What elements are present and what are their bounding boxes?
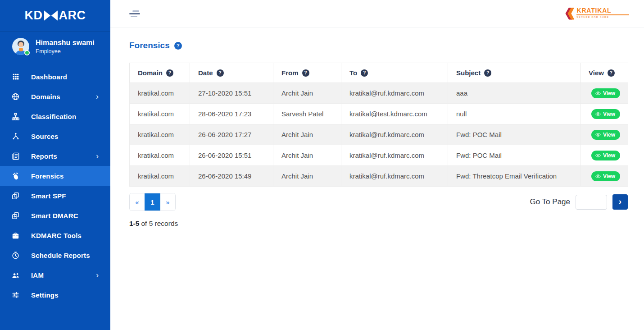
sidebar-nav: DashboardDomains›ClassificationSourcesRe… [0,67,110,305]
help-icon[interactable]: ? [302,69,309,77]
date-cell: 26-06-2020 15:49 [190,166,273,187]
date-cell: 28-06-2020 17:23 [190,104,273,124]
sidebar-item-label: Smart SPF [31,192,99,200]
to-cell: kratikal@ruf.kdmarc.com [341,145,448,166]
view-button[interactable]: View [591,151,620,160]
sidebar-item-settings[interactable]: Settings [0,285,110,305]
chevron-right-icon: › [619,197,621,206]
view-button-label: View [603,173,615,179]
column-header-subject: Subject? [448,63,581,83]
sidebar-item-label: Domains [31,93,96,101]
help-icon[interactable]: ? [166,69,173,77]
help-icon[interactable]: ? [217,69,224,77]
eye-icon [595,132,601,138]
sidebar-item-forensics[interactable]: Forensics [0,166,110,186]
from-cell: Archit Jain [273,145,341,166]
view-button[interactable]: View [591,171,620,181]
chevron-right-icon: › [96,152,99,160]
user-profile[interactable]: Himanshu swami Employee [0,32,110,61]
app-root: KD ARC Himanshu swami Empl [0,0,644,330]
records-range: 1-5 [129,220,139,227]
dashboard-grid-icon [11,73,20,81]
domain-cell: kratikal.com [130,124,190,145]
clock-icon [11,251,20,260]
view-button-label: View [603,152,615,159]
sidebar: KD ARC Himanshu swami Empl [0,0,110,330]
to-cell: kratikal@ruf.kdmarc.com [341,124,448,145]
sidebar-item-smart-spf[interactable]: Smart SPF [0,186,110,206]
help-icon[interactable]: ? [484,69,491,77]
records-text: of 5 records [141,220,178,227]
table-row: kratikal.com27-10-2020 15:51Archit Jaink… [130,83,628,104]
app-logo: KD ARC [0,0,110,32]
sidebar-item-domains[interactable]: Domains› [0,87,110,106]
avatar [12,38,29,55]
sidebar-item-label: Forensics [31,172,99,180]
footprint-icon [11,172,20,180]
menu-toggle-icon[interactable] [129,9,140,19]
eye-icon [595,174,601,179]
view-button[interactable]: View [591,130,620,140]
from-cell: Archit Jain [273,124,341,145]
user-role: Employee [36,48,95,55]
date-cell: 26-06-2020 15:51 [190,145,273,166]
subject-cell: Fwd: Threatcop Email Verification [448,166,581,187]
logo-text-left: KD [25,9,43,23]
sidebar-item-label: Schedule Reports [31,252,99,259]
sidebar-item-sources[interactable]: Sources [0,126,110,146]
view-button[interactable]: View [591,109,620,119]
subject-cell: Fwd: POC Mail [448,145,581,166]
sidebar-item-dashboard[interactable]: Dashboard [0,67,110,87]
sidebar-item-schedule-reports[interactable]: Schedule Reports [0,245,110,265]
sidebar-item-iam[interactable]: IAM› [0,265,110,285]
sidebar-item-label: Settings [31,291,99,299]
records-summary: 1-5of 5 records [129,220,628,228]
go-to-page-input[interactable] [576,195,607,210]
view-button[interactable]: View [591,88,620,98]
date-cell: 27-10-2020 15:51 [190,83,273,104]
column-header-domain: Domain? [130,63,190,83]
view-button-label: View [603,111,615,117]
domain-cell: kratikal.com [130,104,190,124]
to-cell: kratikal@ruf.kdmarc.com [341,83,448,104]
pagination-next-button[interactable]: » [160,193,175,211]
column-header-view: View? [581,63,628,83]
pagination-prev-button[interactable]: « [130,193,145,211]
help-icon[interactable]: ? [361,69,368,77]
topbar: KRATIKAL SECURE FOR SURE [110,0,644,28]
from-cell: Archit Jain [273,166,341,187]
view-cell: View [581,83,628,104]
kratikal-chevron-icon [565,8,574,20]
subject-cell: Fwd: POC Mail [448,124,581,145]
column-label: View [589,69,604,77]
column-label: Subject [456,69,481,77]
reports-icon [11,152,20,160]
view-cell: View [581,124,628,145]
sidebar-item-label: KDMARC Tools [31,232,99,239]
column-header-from: From? [273,63,341,83]
column-label: From [281,69,299,77]
go-to-page-button[interactable]: › [612,194,628,210]
logo-text-right: ARC [59,9,86,23]
page-title: Forensics [129,41,170,50]
view-cell: View [581,166,628,187]
copy-sync-icon [11,211,20,220]
sidebar-item-classification[interactable]: Classification [0,106,110,126]
eye-icon [595,153,601,158]
sidebar-item-smart-dmarc[interactable]: Smart DMARC [0,206,110,225]
pagination: « 1 » [129,193,176,211]
subject-cell: aaa [448,83,581,104]
sidebar-item-kdmarc-tools[interactable]: KDMARC Tools [0,225,110,245]
kratikal-brand-logo[interactable]: KRATIKAL SECURE FOR SURE [565,7,629,20]
pagination-page-1[interactable]: 1 [145,193,160,211]
sidebar-item-reports[interactable]: Reports› [0,146,110,166]
help-icon[interactable]: ? [174,42,182,50]
table-row: kratikal.com26-06-2020 15:51Archit Jaink… [130,145,628,166]
view-button-label: View [603,90,615,96]
brand-name: KRATIKAL [576,7,629,15]
chevron-right-icon: › [96,92,99,101]
sidebar-item-label: Reports [31,152,96,160]
sidebar-item-label: Classification [31,113,99,120]
eye-icon [595,91,601,96]
help-icon[interactable]: ? [608,69,615,77]
